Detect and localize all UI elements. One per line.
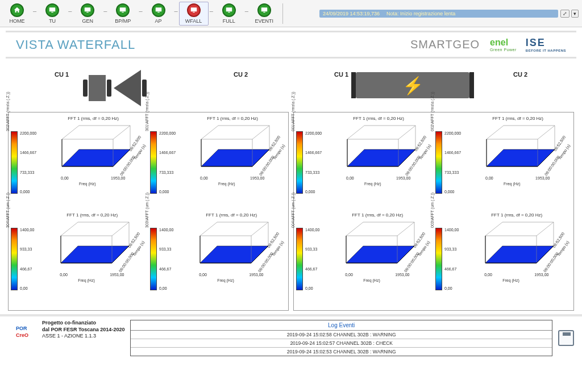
project-text: Progetto co-finanziato dal POR FESR Tosc… bbox=[42, 320, 124, 340]
save-disk-icon[interactable] bbox=[558, 330, 574, 346]
toolbar-item-label: AP bbox=[155, 18, 161, 24]
toolbar-item-label: HOME bbox=[10, 18, 25, 24]
expand-icon[interactable]: ⤢ bbox=[560, 10, 569, 18]
waterfall-chart[interactable]: 004\AFFT (um (.Z.))1400,00933,33466,670,… bbox=[295, 211, 433, 307]
svg-marker-38 bbox=[346, 246, 414, 263]
x-tick: 0,00 bbox=[199, 273, 207, 277]
toolbar-item-home[interactable]: HOME bbox=[2, 2, 32, 26]
ise-logo: ISE BEFORE IT HAPPENS bbox=[526, 37, 566, 52]
waterfall-chart[interactable]: 003\AFFT (um (.Z.))1400,00933,33466,670,… bbox=[434, 211, 572, 307]
toolbar-item-tu[interactable]: TU bbox=[38, 2, 67, 26]
svg-marker-30 bbox=[347, 149, 415, 166]
x-tick: 1953,00 bbox=[110, 273, 124, 277]
svg-rect-4 bbox=[120, 7, 126, 11]
por-creo-logo: POR CreO bbox=[8, 320, 36, 343]
turbine-cu2-label: CU 2 bbox=[234, 71, 248, 78]
svg-marker-34 bbox=[487, 149, 555, 166]
chart-body: FFT 1 (rms, df = 0,20 Hz)0,001953,00Freq… bbox=[462, 212, 571, 306]
x-axis-label: Freq (Hz) bbox=[504, 182, 521, 186]
colorbar-icon: 302\AFFT (rms\s (.Z.)) bbox=[11, 131, 18, 194]
turbine-cu1-label: CU 1 bbox=[55, 71, 69, 78]
z-ticks: 1400,00933,33466,670,00 bbox=[159, 228, 173, 290]
log-eventi-box: Log Eventi 2019-09-24 15:02:58 CHANNEL 3… bbox=[130, 320, 552, 356]
dropdown-icon[interactable]: ▾ bbox=[571, 10, 579, 18]
chart-body: FFT 1 (rms, df = 0,20 Hz)0,001953,00Freq… bbox=[179, 116, 286, 209]
chart-title: FFT 1 (rms, df = 0,20 Hz) bbox=[491, 212, 542, 218]
gen-body-icon: ⚡ bbox=[356, 72, 469, 98]
x-tick: 0,00 bbox=[200, 176, 208, 180]
x-axis-label: Freq (Hz) bbox=[217, 278, 234, 282]
svg-rect-7 bbox=[157, 11, 160, 12]
waterfall-chart[interactable]: 303\AFFT (um (.Z.))1400,00933,33466,670,… bbox=[149, 211, 287, 307]
page-title: VISTA WATERFALL bbox=[16, 37, 135, 52]
waterfall-chart[interactable]: 301\AFFT (rms\s (.Z.))2200,0001466,66773… bbox=[149, 115, 287, 210]
toolbar-item-bp-mp[interactable]: BP/MP bbox=[108, 2, 138, 26]
waterfall-chart[interactable]: 001\AFFT (rms\s (.Z.))2200,0001466,66773… bbox=[295, 115, 433, 210]
x-axis-label: Freq (Hz) bbox=[364, 182, 381, 186]
turbine-cone-icon bbox=[114, 70, 141, 106]
x-axis-label: Freq (Hz) bbox=[363, 278, 380, 282]
log-row: 2019-09-24 15:02:57 CHANNEL 302B : CHECK bbox=[131, 339, 552, 348]
x-tick: 0,00 bbox=[345, 273, 353, 277]
enel-logo-sub: Green Power bbox=[490, 48, 517, 52]
header-band: VISTA WATERFALL SMARTGEO enel Green Powe… bbox=[6, 31, 576, 59]
chart-title: FFT 1 (rms, df = 0,20 Hz) bbox=[66, 212, 118, 218]
chart-body: FFT 1 (rms, df = 0,20 Hz)0,001953,00Freq… bbox=[323, 212, 432, 306]
monitor-icon bbox=[81, 3, 94, 17]
svg-marker-22 bbox=[61, 246, 129, 263]
x-tick: 0,00 bbox=[485, 176, 493, 180]
x-tick: 0,00 bbox=[346, 176, 354, 180]
waterfall-3d-plot: 0,001953,00Freq (Hz)09:00:00,00009:52,50… bbox=[475, 122, 560, 179]
x-axis-label: Freq (Hz) bbox=[502, 278, 519, 282]
toolbar-item-full[interactable]: FULL bbox=[214, 2, 244, 26]
svg-rect-13 bbox=[263, 11, 265, 12]
toolbar-separator bbox=[282, 3, 283, 24]
z-axis-label: 002\AFFT (rms\s (.Z.)) bbox=[430, 92, 434, 131]
chart-panel-left: 302\AFFT (rms\s (.Z.))2200,0001466,66773… bbox=[8, 112, 289, 311]
colorbar-icon: 303\AFFT (um (.Z.)) bbox=[150, 228, 157, 290]
waterfall-chart[interactable]: 302\AFFT (rms\s (.Z.))2200,0001466,66773… bbox=[10, 115, 148, 210]
z-ticks: 1400,00933,33466,670,00 bbox=[305, 228, 319, 290]
chart-title: FFT 1 (rms, df = 0,20 Hz) bbox=[207, 116, 258, 121]
toolbar-dash: – bbox=[210, 7, 213, 14]
enel-logo: enel Green Power bbox=[490, 37, 517, 52]
toolbar-items: HOME–TU–GEN–BP/MP–AP–WFALL–FULL–EVENTI bbox=[0, 1, 281, 27]
x-tick: 1953,00 bbox=[111, 176, 125, 180]
chart-body: FFT 1 (rms, df = 0,20 Hz)0,001953,00Freq… bbox=[177, 212, 286, 306]
z-ticks: 2200,0001466,667733,3330,000 bbox=[444, 131, 461, 194]
z-axis-label: 303\AFFT (um (.Z.)) bbox=[145, 193, 149, 228]
x-tick: 1953,00 bbox=[395, 273, 409, 277]
toolbar-item-ap[interactable]: AP bbox=[144, 2, 173, 26]
svg-rect-1 bbox=[51, 11, 53, 12]
toolbar-item-eventi[interactable]: EVENTI bbox=[250, 2, 279, 26]
toolbar-right: 24/09/2019 14:53:19,736 Nota: Inizio reg… bbox=[319, 10, 582, 18]
svg-rect-2 bbox=[85, 7, 91, 11]
colorbar-icon: 004\AFFT (um (.Z.)) bbox=[296, 228, 303, 290]
log-rows: 2019-09-24 15:02:58 CHANNEL 302B : WARNI… bbox=[131, 331, 552, 356]
por-logo-bottom: CreO bbox=[16, 332, 28, 338]
toolbar-dash: – bbox=[245, 7, 248, 14]
monitor-icon bbox=[45, 3, 59, 17]
z-axis-label: 003\AFFT (um (.Z.)) bbox=[430, 193, 434, 228]
waterfall-chart[interactable]: 002\AFFT (rms\s (.Z.))2200,0001466,66773… bbox=[434, 115, 572, 210]
x-axis-label: Freq (Hz) bbox=[78, 278, 95, 282]
x-axis-label: Freq (Hz) bbox=[79, 182, 96, 186]
x-tick: 0,00 bbox=[60, 273, 68, 277]
svg-rect-12 bbox=[261, 7, 268, 11]
svg-rect-9 bbox=[193, 11, 195, 12]
z-axis-label: 304\AFFT (um (.Z.)) bbox=[6, 193, 10, 228]
footer: POR CreO Progetto co-finanziato dal POR … bbox=[0, 314, 582, 358]
generator-cu1-label: CU 1 bbox=[334, 71, 348, 78]
chart-body: FFT 1 (rms, df = 0,20 Hz)0,001953,00Freq… bbox=[464, 116, 571, 209]
toolbar-item-gen[interactable]: GEN bbox=[73, 2, 102, 26]
gen-end-icon bbox=[351, 72, 356, 98]
x-axis-label: Freq (Hz) bbox=[218, 182, 235, 186]
toolbar-item-wfall[interactable]: WFALL bbox=[179, 2, 209, 26]
waterfall-3d-plot: 0,001953,00Freq (Hz)09:00:00,00009:52,50… bbox=[190, 122, 275, 179]
x-tick: 1953,00 bbox=[535, 176, 550, 180]
project-line-2: dal POR FESR Toscana 2014-2020 bbox=[42, 327, 124, 333]
chart-title: FFT 1 (rms, df = 0,20 Hz) bbox=[492, 116, 543, 121]
toolbar-item-label: GEN bbox=[82, 18, 93, 24]
waterfall-chart[interactable]: 304\AFFT (um (.Z.))1400,00933,33466,670,… bbox=[10, 211, 148, 307]
waterfall-3d-plot: 0,001953,00Freq (Hz)09:00:00,00009:52,50… bbox=[49, 219, 135, 276]
